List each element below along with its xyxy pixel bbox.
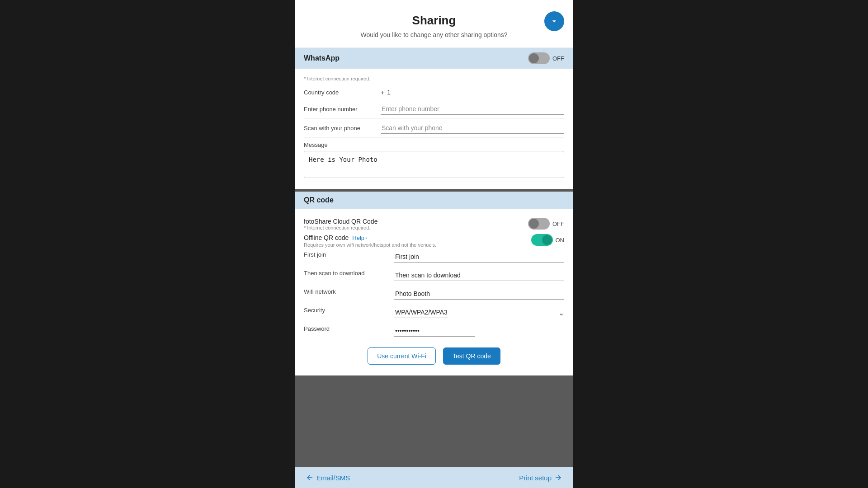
footer-nav: Email/SMS Print setup: [295, 467, 573, 488]
offline-label-col: Offline QR code Help › Requires your own…: [304, 234, 531, 248]
arrow-right-icon: [554, 474, 562, 482]
arrow-left-icon: [306, 474, 314, 482]
wifi-network-content: [394, 288, 564, 300]
security-select-wrapper: WPA/WPA2/WPA3 WEP None ⌄: [394, 307, 564, 318]
offline-toggle-knob: [542, 235, 552, 245]
whatsapp-toggle-container[interactable]: OFF: [528, 52, 564, 64]
message-label: Message: [304, 141, 564, 148]
test-qr-button[interactable]: Test QR code: [443, 347, 500, 365]
security-label: Security: [304, 307, 394, 314]
message-section: Message: [304, 138, 564, 182]
fotoshare-note: * Internet connection required.: [304, 225, 528, 230]
password-input[interactable]: [394, 325, 475, 337]
message-textarea[interactable]: [304, 151, 564, 178]
whatsapp-section-header: WhatsApp OFF: [295, 48, 573, 69]
back-nav-link[interactable]: Email/SMS: [306, 474, 350, 482]
wifi-network-input[interactable]: [394, 288, 564, 300]
offline-toggle[interactable]: [531, 234, 553, 246]
content-area: WhatsApp OFF * Internet connection requi…: [295, 48, 573, 467]
scan-phone-label: Scan with your phone: [304, 125, 381, 131]
help-arrow-icon: ›: [365, 235, 367, 240]
offline-toggle-label: ON: [556, 237, 565, 244]
whatsapp-toggle-label: OFF: [552, 55, 564, 62]
forward-nav-label: Print setup: [519, 474, 552, 482]
whatsapp-internet-note: * Internet connection required.: [304, 74, 564, 85]
then-scan-row: Then scan to download: [304, 266, 564, 285]
wifi-network-row: Wifi network: [304, 285, 564, 303]
help-link[interactable]: Help ›: [352, 235, 367, 241]
country-code-row: Country code +: [304, 85, 564, 100]
country-code-label: Country code: [304, 89, 381, 96]
chevron-down-icon: [550, 17, 559, 26]
use-current-wifi-button[interactable]: Use current Wi-Fi: [368, 347, 436, 365]
qr-section: QR code fotoShare Cloud QR Code * Intern…: [295, 192, 573, 375]
password-label: Password: [304, 325, 394, 332]
forward-nav-link[interactable]: Print setup: [519, 474, 562, 482]
offline-qr-label: Offline QR code: [304, 234, 349, 241]
fotoshare-toggle-knob: [529, 219, 539, 229]
fotoshare-label: fotoShare Cloud QR Code: [304, 218, 528, 225]
page-title: Sharing: [304, 14, 564, 28]
password-row: Password: [304, 322, 564, 340]
fotoshare-toggle[interactable]: [528, 218, 550, 230]
select-chevron-icon: ⌄: [558, 308, 564, 317]
fotoshare-label-col: fotoShare Cloud QR Code * Internet conne…: [304, 218, 528, 230]
whatsapp-section-body: * Internet connection required. Country …: [295, 69, 573, 189]
scan-phone-input[interactable]: [381, 122, 564, 134]
offline-note: Requires your own wifi network/hotspot a…: [304, 242, 531, 248]
phone-number-row: Enter phone number: [304, 100, 564, 119]
phone-number-label: Enter phone number: [304, 106, 381, 113]
whatsapp-toggle[interactable]: [528, 52, 550, 64]
wifi-network-label: Wifi network: [304, 288, 394, 295]
country-code-input[interactable]: [387, 89, 405, 96]
security-row: Security WPA/WPA2/WPA3 WEP None ⌄: [304, 303, 564, 322]
then-scan-label: Then scan to download: [304, 270, 394, 277]
fotoshare-toggle-container[interactable]: OFF: [528, 218, 564, 230]
scan-phone-row: Scan with your phone: [304, 119, 564, 138]
offline-main: Offline QR code Help ›: [304, 234, 531, 241]
back-nav-label: Email/SMS: [316, 474, 350, 482]
then-scan-content: [394, 270, 564, 281]
whatsapp-toggle-knob: [529, 53, 539, 63]
first-join-row: First join: [304, 248, 564, 266]
whatsapp-label: WhatsApp: [304, 54, 340, 62]
page-subtitle: Would you like to change any other shari…: [304, 31, 564, 38]
then-scan-input[interactable]: [394, 270, 564, 281]
offline-qr-row: Offline QR code Help › Requires your own…: [304, 230, 564, 248]
country-code-plus: +: [381, 89, 384, 96]
qr-section-label: QR code: [304, 196, 334, 204]
security-select[interactable]: WPA/WPA2/WPA3 WEP None: [394, 307, 448, 318]
buttons-row: Use current Wi-Fi Test QR code: [304, 340, 564, 368]
first-join-label: First join: [304, 251, 394, 258]
whatsapp-section: WhatsApp OFF * Internet connection requi…: [295, 48, 573, 189]
qr-section-body: fotoShare Cloud QR Code * Internet conne…: [295, 209, 573, 375]
first-join-input[interactable]: [394, 251, 564, 263]
first-join-content: [394, 251, 564, 263]
header: Sharing Would you like to change any oth…: [295, 0, 573, 48]
offline-toggle-container[interactable]: ON: [531, 234, 565, 246]
phone-number-input[interactable]: [381, 103, 564, 115]
main-panel: Sharing Would you like to change any oth…: [295, 0, 573, 488]
password-content: [394, 325, 564, 337]
fotoshare-toggle-label: OFF: [552, 221, 564, 227]
fotoshare-row: fotoShare Cloud QR Code * Internet conne…: [304, 214, 564, 230]
help-label: Help: [352, 235, 364, 241]
qr-section-header: QR code: [295, 192, 573, 209]
chevron-down-button[interactable]: [544, 11, 564, 31]
